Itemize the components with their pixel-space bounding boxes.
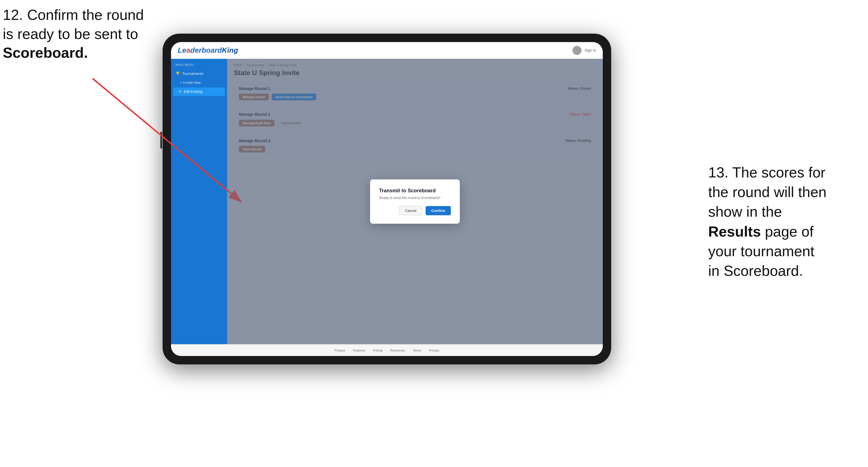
annotation-line3: Scoreboard. bbox=[3, 44, 88, 61]
footer-link-privacy[interactable]: Privacy bbox=[429, 349, 439, 352]
footer-link-terms[interactable]: Terms bbox=[413, 349, 422, 352]
annotation-results-bold: Results bbox=[708, 223, 761, 240]
user-avatar-icon bbox=[572, 46, 582, 55]
footer-link-resources[interactable]: Resources bbox=[390, 349, 405, 352]
logo: LeaderboardKing bbox=[178, 46, 238, 55]
modal-overlay: Transmit to Scoreboard Ready to send thi… bbox=[227, 59, 603, 344]
footer-link-product[interactable]: Product bbox=[335, 349, 345, 352]
tablet-device: LeaderboardKing Sign In MAIN MENU 🏆 Tour… bbox=[163, 34, 611, 365]
modal-cancel-button[interactable]: Cancel bbox=[399, 206, 422, 215]
main-content: Home › Tournaments › State U Spring Invi… bbox=[227, 59, 603, 344]
sidebar-menu-label: MAIN MENU bbox=[171, 63, 227, 69]
annotation-line1: 12. Confirm the round bbox=[3, 7, 144, 23]
sidebar-create-new-label: + Create New bbox=[180, 81, 201, 85]
modal-subtitle: Ready to send this round to Scoreboard? bbox=[379, 196, 451, 200]
modal-buttons: Cancel Confirm bbox=[379, 206, 451, 215]
header-right: Sign In bbox=[572, 46, 596, 55]
app-body: MAIN MENU 🏆 Tournaments + Create New ✎ E… bbox=[171, 59, 603, 344]
modal-confirm-button[interactable]: Confirm bbox=[426, 206, 451, 215]
tournaments-label: Tournaments bbox=[182, 71, 203, 76]
footer-link-pricing[interactable]: Pricing bbox=[373, 349, 383, 352]
sidebar-item-tournaments[interactable]: 🏆 Tournaments bbox=[171, 69, 227, 79]
annotation-right: 13. The scores for the round will then s… bbox=[708, 163, 865, 281]
trophy-icon: 🏆 bbox=[176, 71, 180, 76]
app-footer: Product Features Pricing Resources Terms… bbox=[171, 344, 603, 356]
sidebar-item-edit-existing[interactable]: ✎ Edit Existing bbox=[173, 88, 225, 96]
annotation-line2: is ready to be sent to bbox=[3, 26, 138, 42]
footer-link-features[interactable]: Features bbox=[353, 349, 365, 352]
sidebar: MAIN MENU 🏆 Tournaments + Create New ✎ E… bbox=[171, 59, 227, 344]
logo-text: LeaderboardKing bbox=[178, 46, 238, 55]
tablet-side-button bbox=[160, 132, 162, 149]
sidebar-edit-existing-label: Edit Existing bbox=[184, 90, 203, 94]
tablet-screen: LeaderboardKing Sign In MAIN MENU 🏆 Tour… bbox=[171, 42, 603, 356]
edit-icon: ✎ bbox=[179, 90, 182, 94]
app-header: LeaderboardKing Sign In bbox=[171, 42, 603, 59]
modal-title: Transmit to Scoreboard bbox=[379, 188, 451, 194]
annotation-right-text: 13. The scores for the round will then s… bbox=[708, 164, 827, 279]
transmit-modal: Transmit to Scoreboard Ready to send thi… bbox=[370, 179, 460, 224]
annotation-top-left: 12. Confirm the round is ready to be sen… bbox=[3, 6, 160, 63]
sign-in-button[interactable]: Sign In bbox=[585, 48, 596, 53]
sidebar-item-create-new[interactable]: + Create New bbox=[171, 79, 227, 87]
